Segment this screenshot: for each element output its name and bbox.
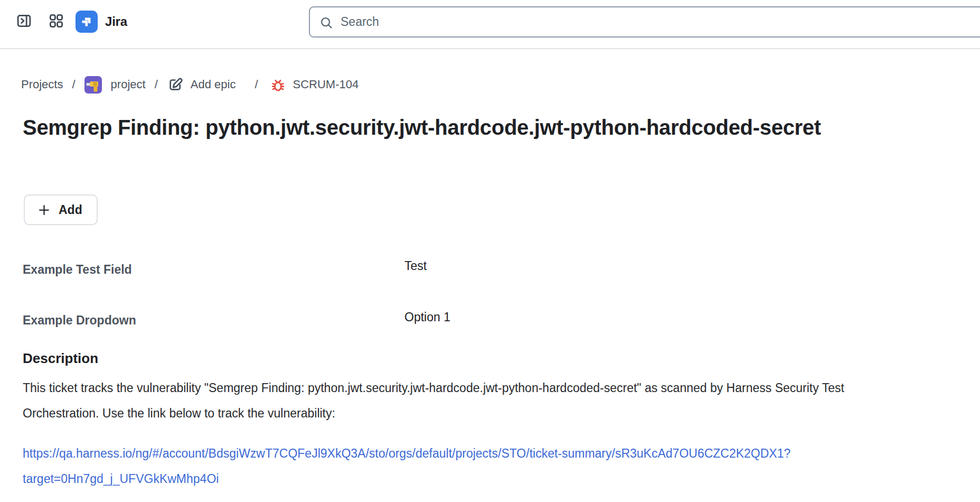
breadcrumb: Projects / project / Add epic / (21, 75, 359, 94)
description-body: This ticket tracks the vulnerability "Se… (23, 375, 857, 426)
breadcrumb-separator: / (72, 78, 75, 91)
vulnerability-link[interactable]: https://qa.harness.io/ng/#/account/Bdsgi… (23, 441, 794, 491)
breadcrumb-issue-key-label: SCRUM-104 (293, 78, 359, 91)
field-value-example-test-field[interactable]: Test (404, 259, 427, 273)
app-switcher-button[interactable] (45, 10, 67, 31)
plus-icon (37, 203, 51, 217)
app-switcher-icon (48, 13, 64, 29)
field-label-example-dropdown: Example Dropdown (23, 313, 136, 328)
breadcrumb-project[interactable]: project (84, 76, 146, 94)
description-heading: Description (23, 350, 98, 367)
breadcrumb-separator: / (155, 78, 158, 91)
jira-wordmark: Jira (105, 14, 127, 30)
breadcrumb-projects[interactable]: Projects (21, 78, 63, 91)
project-avatar-drill-icon (84, 76, 102, 94)
issue-title: Semgrep Finding: python.jwt.security.jwt… (23, 112, 878, 143)
bug-icon (270, 77, 286, 93)
search-bar (309, 6, 980, 38)
breadcrumb-issue-key[interactable]: SCRUM-104 (270, 77, 359, 93)
field-label-example-test-field: Example Test Field (23, 263, 132, 277)
search-input[interactable] (310, 7, 980, 36)
expand-sidebar-button[interactable] (13, 10, 34, 31)
breadcrumb-separator: / (255, 78, 258, 91)
breadcrumb-project-label: project (111, 78, 146, 91)
breadcrumb-add-epic[interactable]: Add epic (167, 76, 236, 93)
add-button-label: Add (59, 203, 82, 217)
jira-logo[interactable] (76, 11, 98, 33)
breadcrumb-add-epic-label: Add epic (191, 78, 236, 91)
edit-icon (167, 76, 184, 93)
field-value-example-dropdown[interactable]: Option 1 (404, 310, 450, 324)
top-navigation-bar: Jira (0, 0, 980, 49)
sidebar-expand-icon (16, 13, 32, 29)
add-button[interactable]: Add (24, 194, 98, 225)
